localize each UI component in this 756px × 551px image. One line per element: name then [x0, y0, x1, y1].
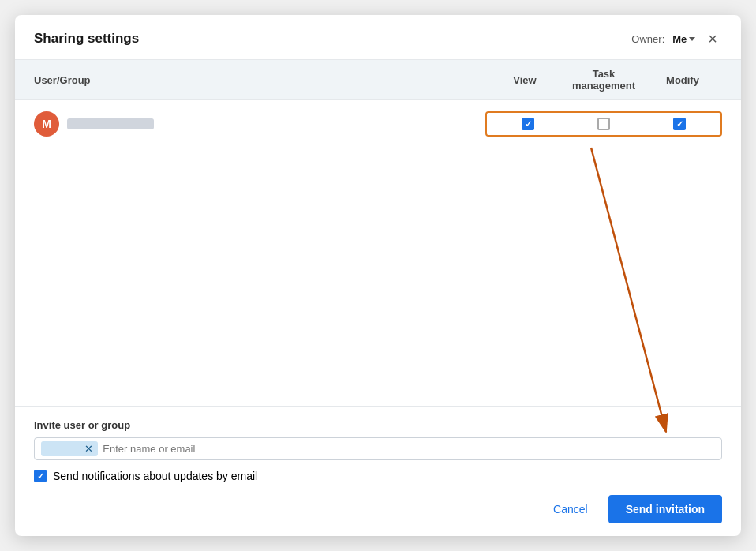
modify-checkbox[interactable]: ✓: [673, 118, 686, 130]
notification-row: ✓ Send notifications about updates by em…: [34, 460, 722, 482]
invite-label: Invite user or group: [34, 419, 722, 431]
notification-checkbox[interactable]: ✓: [34, 470, 47, 482]
permissions-row-highlighted: ✓ ✓: [485, 111, 722, 137]
dialog-title: Sharing settings: [34, 31, 139, 47]
col-view-header: View: [485, 74, 564, 86]
invite-input[interactable]: [103, 443, 715, 455]
col-modify-header: Modify: [643, 74, 722, 86]
col-permissions-header: View Task management Modify: [485, 68, 722, 92]
task-checkbox-cell: [566, 118, 642, 130]
notification-label: Send notifications about updates by emai…: [53, 470, 257, 482]
task-checkbox[interactable]: [597, 118, 610, 130]
close-button[interactable]: ×: [703, 29, 722, 48]
dialog-header: Sharing settings Owner: Me ×: [15, 15, 741, 60]
table-header: User/Group View Task management Modify: [15, 60, 741, 100]
owner-dropdown[interactable]: Me: [672, 33, 695, 45]
close-icon: ×: [708, 31, 717, 47]
col-task-header: Task management: [564, 68, 643, 92]
col-user-header: User/Group: [34, 74, 485, 86]
view-checkbox-cell: ✓: [490, 118, 566, 130]
header-right: Owner: Me ×: [631, 29, 722, 48]
owner-label: Owner:: [631, 33, 664, 45]
user-info: M: [34, 111, 485, 137]
avatar-letter: M: [42, 118, 51, 130]
owner-value: Me: [672, 33, 687, 45]
sharing-settings-dialog: Sharing settings Owner: Me × User/Group …: [15, 15, 741, 536]
invite-section: Invite user or group ✕ ✓ Send notificati…: [15, 406, 741, 482]
user-name-blurred: [67, 118, 154, 129]
cancel-button[interactable]: Cancel: [542, 497, 599, 522]
view-checkbox[interactable]: ✓: [522, 118, 534, 130]
invite-tag: ✕: [41, 441, 98, 456]
main-content: M ✓ ✓: [15, 100, 741, 406]
tag-remove-button[interactable]: ✕: [84, 444, 93, 454]
checkmark-icon-3: ✓: [37, 472, 44, 481]
modify-checkbox-cell: ✓: [642, 118, 717, 130]
checkmark-icon-2: ✓: [676, 120, 683, 129]
send-invitation-button[interactable]: Send invitation: [608, 495, 722, 523]
tag-text: [47, 443, 81, 455]
avatar: M: [34, 111, 59, 137]
invite-input-row[interactable]: ✕: [34, 437, 722, 460]
chevron-down-icon: [689, 37, 695, 41]
dialog-footer: Cancel Send invitation: [15, 482, 741, 536]
table-body: M ✓ ✓: [15, 100, 741, 406]
checkmark-icon: ✓: [525, 120, 532, 129]
table-row: M ✓ ✓: [34, 100, 722, 148]
